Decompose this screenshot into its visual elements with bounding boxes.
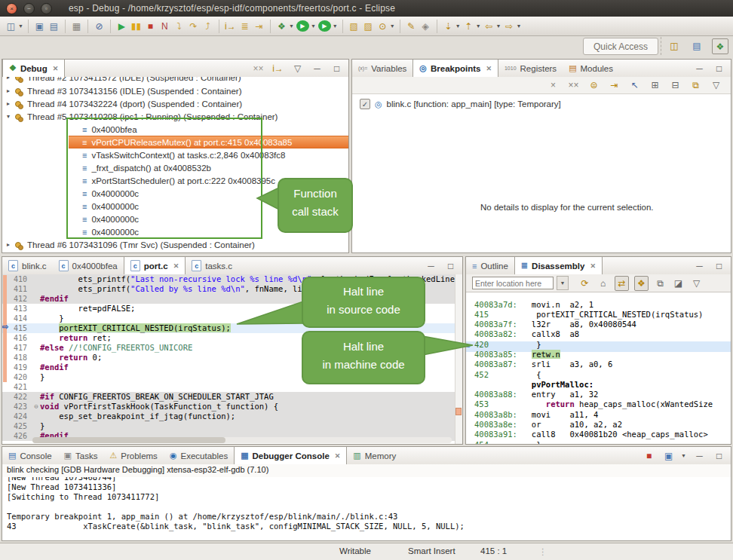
stack-frame-row[interactable]: ≡vTaskSwitchContext() at tasks.c:2,846 0… [69, 148, 348, 161]
expander-icon[interactable]: ▾ [7, 113, 14, 120]
terminate-icon[interactable]: ■ [144, 20, 157, 33]
console-output[interactable]: [New Thread 1073468744][New Thread 10734… [7, 477, 731, 540]
mark-occurrences-icon[interactable]: ✎ [405, 20, 418, 33]
maximize-icon[interactable]: □ [713, 62, 725, 75]
tab-disassembly[interactable]: ≣Disassembly✕ [514, 257, 603, 274]
view-menu-icon[interactable]: ▽ [291, 62, 304, 75]
window-close-button[interactable]: × [6, 3, 17, 14]
external-tools-icon[interactable]: ▶ [318, 20, 331, 32]
stack-frame-row[interactable]: ≡0x4000bfea [69, 123, 348, 136]
debug-thread-tree[interactable]: ▸Thread #2 1073411572 (IDLE) (Suspended … [2, 77, 348, 252]
window-maximize-button[interactable]: ▫ [41, 3, 52, 14]
tab-registers[interactable]: 1010Registers [498, 60, 563, 77]
close-icon[interactable]: ✕ [486, 65, 492, 72]
terminate-icon[interactable]: ■ [643, 449, 655, 463]
maximize-icon[interactable]: □ [713, 259, 725, 273]
tab-blink-c[interactable]: cblink.c [2, 257, 53, 274]
disconnect-icon[interactable]: N [158, 20, 171, 33]
annotations-icon[interactable]: ◈ [419, 20, 432, 33]
location-dropdown[interactable]: ▼ [557, 276, 569, 290]
minimize-icon[interactable]: ─ [693, 449, 706, 463]
tab-console[interactable]: ▤Console [2, 447, 58, 464]
stack-frame-row[interactable]: ≡xPortStartScheduler() at port.c:222 0x4… [69, 174, 348, 187]
tab-variables[interactable]: (x)=Variables [352, 60, 413, 77]
editor-overview-ruler[interactable] [455, 274, 462, 444]
resume-icon[interactable]: ▶ [115, 20, 128, 33]
maximize-icon[interactable]: □ [330, 62, 343, 75]
expander-icon[interactable]: ▸ [7, 100, 14, 107]
thread-row[interactable]: ▸Thread #4 1073432224 (dport) (Suspended… [2, 97, 348, 110]
debug-icon[interactable]: ❖ [275, 20, 288, 33]
tab-memory[interactable]: ▥Memory [347, 447, 402, 464]
step-into-icon[interactable]: ⤵ [173, 20, 186, 33]
remove-terminated-icon[interactable]: ×× [252, 62, 265, 75]
track-expression-icon[interactable]: ❖ [634, 276, 649, 291]
expand-all-icon[interactable]: ⊞ [649, 78, 661, 92]
run-dropdown-icon[interactable]: ▼ [311, 23, 316, 29]
tab-modules[interactable]: ▤Modules [563, 60, 619, 77]
instruction-step-mode-icon[interactable]: i→ [271, 62, 284, 75]
external-tools-dropdown-icon[interactable]: ▼ [333, 23, 338, 29]
close-icon[interactable]: ✕ [590, 262, 596, 270]
tab-port-c[interactable]: cport.c✕ [124, 257, 186, 274]
thread-row[interactable]: ▸Thread #3 1073413156 (IDLE) (Suspended … [2, 84, 348, 97]
new-view-icon[interactable]: ⧉ [654, 277, 667, 290]
breakpoint-checkbox[interactable]: ✓ [360, 99, 370, 109]
suspend-icon[interactable]: ▮▮ [130, 20, 143, 33]
breakpoint-entry-row[interactable]: ✓ ◎ blink.c [function: app_main] [type: … [360, 99, 561, 109]
stack-frame-row[interactable]: ≡0x4000000c [69, 225, 348, 238]
refresh-icon[interactable]: ⟳ [578, 277, 591, 290]
tab-0x4000bfea[interactable]: c0x4000bfea [53, 257, 124, 274]
new-wizard-icon[interactable]: ◫ [5, 20, 17, 33]
last-edit-location-icon[interactable]: ⇣ [442, 20, 455, 33]
show-breakpoints-supported-icon[interactable]: ⊜ [587, 78, 600, 92]
remove-breakpoint-icon[interactable]: × [547, 78, 560, 92]
view-menu-icon[interactable]: ▽ [690, 277, 703, 290]
search-icon[interactable]: ⊙ [376, 20, 389, 33]
tab-breakpoints[interactable]: ◎Breakpoints✕ [413, 60, 498, 77]
minimize-icon[interactable]: ─ [311, 62, 324, 75]
save-all-icon[interactable]: ▤ [48, 20, 60, 33]
tab-debug[interactable]: ❖ Debug ✕ [2, 60, 65, 77]
minimize-icon[interactable]: ─ [693, 259, 706, 273]
stack-frame-row[interactable]: ≡0x4000000c [69, 187, 348, 200]
code-editor[interactable]: 410 ets_printf("Last non-recursive lock … [2, 274, 462, 444]
new-project-icon[interactable]: ▧ [348, 20, 360, 33]
step-filters-icon[interactable]: ⇥ [253, 20, 265, 33]
close-icon[interactable]: ✕ [53, 65, 59, 72]
tab-executables[interactable]: ◉Executables [164, 447, 234, 464]
close-icon[interactable]: ✕ [335, 452, 341, 460]
go-to-file-icon[interactable]: ⇥ [608, 78, 621, 92]
thread-row-clipped[interactable]: ▸Thread #2 1073411572 (IDLE) (Suspended … [2, 77, 348, 84]
maximize-icon[interactable]: □ [444, 259, 457, 273]
forward-dropdown-icon[interactable]: ▼ [517, 23, 522, 29]
location-input[interactable] [472, 277, 554, 289]
go-into-icon[interactable]: ⇡ [462, 20, 475, 33]
view-menu-icon[interactable]: ▽ [710, 78, 722, 92]
thread-row[interactable]: ▸Thread #6 1073431096 (Tmr Svc) (Suspend… [2, 238, 348, 251]
open-element-icon[interactable]: ▨ [362, 20, 375, 33]
tab-outline[interactable]: ≡Outline [466, 257, 514, 274]
maximize-icon[interactable]: □ [713, 449, 725, 463]
skip-all-breakpoints-icon[interactable]: ⊘ [93, 20, 106, 33]
remove-all-breakpoints-icon[interactable]: ×× [567, 78, 580, 92]
expander-icon[interactable]: ▸ [7, 87, 14, 94]
back-dropdown-icon[interactable]: ▼ [496, 23, 501, 29]
link-with-debug-icon[interactable]: ⧉ [689, 78, 702, 92]
instruction-stepping-icon[interactable]: i→ [224, 20, 237, 33]
debug-dropdown-icon[interactable]: ▼ [289, 23, 294, 29]
debug-perspective-icon[interactable]: ❖ [712, 38, 728, 54]
last-edit-location-dropdown-icon[interactable]: ▼ [455, 23, 461, 29]
open-perspective-icon[interactable]: ◫ [667, 38, 682, 53]
back-icon[interactable]: ⇦ [483, 20, 495, 33]
step-return-icon[interactable]: ⤴ [201, 20, 214, 33]
sync-context-icon[interactable]: ⇄ [615, 276, 629, 291]
display-console-icon[interactable]: ▣ [662, 449, 675, 463]
editor-hscrollbar[interactable] [32, 437, 452, 443]
cpp-perspective-icon[interactable]: ▤ [689, 38, 704, 53]
tab-tasks-c[interactable]: ctasks.c [186, 257, 238, 274]
display-console-dropdown-icon[interactable]: ▼ [681, 453, 686, 458]
expander-icon[interactable]: ▸ [7, 241, 14, 248]
show-view-icon[interactable]: ≣ [238, 20, 251, 33]
go-into-dropdown-icon[interactable]: ▼ [476, 23, 481, 29]
